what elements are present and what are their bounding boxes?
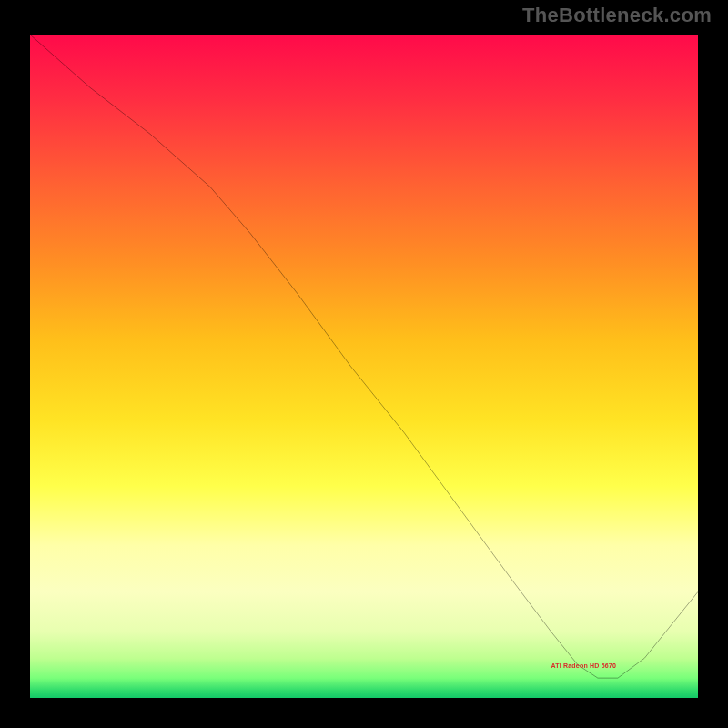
plot-frame: ATI Radeon HD 5670	[23, 27, 705, 705]
line-series	[30, 35, 698, 698]
chart-container: TheBottleneck.com ATI Radeon HD 5670	[0, 0, 728, 728]
watermark-text: TheBottleneck.com	[522, 4, 712, 27]
series-path	[30, 35, 698, 678]
